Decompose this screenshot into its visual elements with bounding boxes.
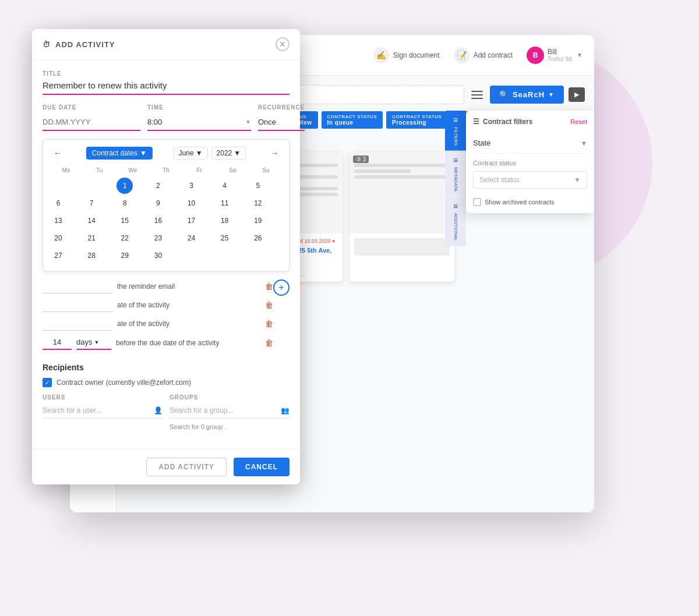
users-search-icon: 👤: [154, 406, 163, 415]
filters-icon-panel: ☰: [473, 118, 479, 126]
cal-day-29[interactable]: 29: [116, 247, 133, 264]
reminder-4-unit-arrow: ▼: [94, 339, 99, 345]
tab-filters-btn[interactable]: ≡ FILTERS: [445, 111, 466, 151]
cal-day-25[interactable]: 25: [217, 230, 233, 246]
user-avatar: B: [527, 47, 544, 64]
cal-day-16[interactable]: 16: [150, 213, 166, 229]
cal-day-7[interactable]: 7: [83, 195, 100, 211]
cal-day-26[interactable]: 26: [250, 230, 266, 246]
recurrence-dropdown-icon[interactable]: ▼: [299, 119, 305, 125]
add-contract-icon: 📝: [454, 47, 470, 63]
metadata-icon: ≡: [453, 155, 458, 165]
cal-day-5[interactable]: 5: [250, 178, 266, 194]
contract-status-select[interactable]: Select status ▼: [473, 171, 587, 189]
cal-day-30[interactable]: 30: [150, 247, 166, 264]
howto-btn[interactable]: ▶: [569, 87, 585, 102]
sign-document-btn[interactable]: ✍️ Sign document: [373, 47, 440, 63]
cal-day-9[interactable]: 9: [150, 195, 166, 211]
reminder-row-1: the reminder email 🗑: [43, 279, 273, 293]
filter-tag-queue-title: CONTRACT STATUS: [327, 114, 377, 119]
reminder-4-delete-btn[interactable]: 🗑: [265, 338, 273, 348]
reminder-1-placeholder: [43, 279, 112, 293]
card-3-info: [350, 233, 454, 260]
cal-year-select[interactable]: 2022 ▼: [211, 147, 246, 160]
filters-tab-label: FILTERS: [453, 127, 458, 146]
reminder-1-delete-btn[interactable]: 🗑: [265, 282, 273, 291]
cal-month-select[interactable]: June ▼: [174, 147, 208, 160]
filter-tag-processing-title: CONTRACT STATUS: [392, 114, 442, 119]
card-3-doc-line-3: [354, 175, 450, 179]
reminder-4-unit-select[interactable]: days ▼: [76, 335, 111, 350]
search-button[interactable]: 🔍 SeaRcH ▼: [490, 86, 564, 104]
tab-additional-btn[interactable]: ≡ ADDITIONAL: [445, 197, 466, 246]
modal-body: TITLE Remember to renew this activity DU…: [32, 60, 300, 449]
filters-tab: ≡ FILTERS ≡ METADATA ≡ ADDITIONAL: [445, 111, 466, 246]
cal-day-8[interactable]: 8: [116, 195, 133, 211]
cal-day-14[interactable]: 14: [83, 213, 100, 229]
cal-day-19[interactable]: 19: [250, 213, 266, 229]
search-users-col: USERS Search for a user... 👤: [43, 394, 163, 430]
contract-owner-checkbox[interactable]: ✓: [43, 378, 52, 387]
card-3-doc-line-2: [354, 169, 411, 173]
cal-day-20[interactable]: 20: [50, 230, 66, 246]
cal-next-btn[interactable]: →: [267, 147, 282, 159]
reminder-4-days-input[interactable]: [43, 335, 72, 350]
state-filter-row[interactable]: State ▼: [473, 133, 587, 154]
user-menu-btn[interactable]: B Bill Trofez ltd. ▼: [527, 47, 582, 64]
show-archived-row: Show archived contracts: [473, 198, 587, 206]
cal-day-10[interactable]: 10: [183, 195, 200, 211]
search-groups-field[interactable]: Search for a group... 👥: [170, 403, 290, 419]
cal-day-12[interactable]: 12: [250, 195, 266, 211]
modal-close-btn[interactable]: ✕: [276, 37, 290, 51]
cal-day-27[interactable]: 27: [50, 247, 66, 264]
sign-document-label: Sign document: [393, 51, 440, 59]
users-placeholder: Search for a user...: [43, 406, 101, 415]
cal-type-select[interactable]: Contract dates ▼: [86, 147, 153, 160]
menu-icon-btn[interactable]: [469, 87, 485, 103]
cal-day-17[interactable]: 17: [183, 213, 200, 229]
reminder-2-placeholder: [43, 298, 112, 312]
cal-day-13[interactable]: 13: [50, 213, 66, 229]
right-panel-header: ☰ Contract filters Reset: [473, 118, 587, 126]
card-3-placeholder: [354, 238, 450, 256]
add-contract-btn[interactable]: 📝 Add contract: [454, 47, 513, 63]
cal-day-21[interactable]: 21: [83, 230, 100, 246]
right-panel: ☰ Contract filters Reset State ▼ Contrac…: [466, 111, 594, 213]
search-users-field[interactable]: Search for a user... 👤: [43, 403, 163, 419]
cal-day-2[interactable]: 2: [150, 178, 166, 194]
cal-day-18[interactable]: 18: [217, 213, 233, 229]
show-archived-checkbox[interactable]: [473, 198, 481, 206]
title-field-value[interactable]: Remember to renew this activity: [43, 80, 290, 95]
cal-day-23[interactable]: 23: [150, 230, 166, 246]
tab-metadata-btn[interactable]: ≡ METADATA: [445, 151, 466, 197]
cal-day-22[interactable]: 22: [116, 230, 133, 246]
cal-day-28[interactable]: 28: [83, 247, 100, 264]
reminder-3-delete-btn[interactable]: 🗑: [265, 319, 273, 328]
cal-prev-btn[interactable]: ←: [50, 147, 65, 159]
cal-day-1[interactable]: 1: [116, 178, 133, 194]
recipients-section: Recipients ✓ Contract owner (currently v…: [43, 363, 290, 430]
recipients-title: Recipients: [43, 363, 290, 372]
cal-month-label: June: [179, 149, 194, 157]
filter-tag-queue[interactable]: CONTRACT STATUS In queue: [322, 111, 383, 129]
date-time-recurrence-row: DUE DATE TIME ▼ RECURRENCE Once ▼: [43, 104, 290, 131]
cal-day-6[interactable]: 6: [50, 195, 66, 211]
time-dropdown-icon[interactable]: ▼: [245, 119, 251, 125]
recurrence-field: RECURRENCE Once ▼: [258, 104, 305, 131]
reminder-2-delete-btn[interactable]: 🗑: [265, 300, 273, 310]
cancel-btn[interactable]: CANCEL: [234, 458, 290, 476]
groups-search-icon: 👥: [281, 406, 290, 415]
cal-day-11[interactable]: 11: [217, 195, 233, 211]
cal-day-4[interactable]: 4: [217, 178, 233, 194]
add-activity-btn[interactable]: ADD ACTIVITY: [146, 458, 227, 476]
cal-day-3[interactable]: 3: [183, 178, 200, 194]
cal-day-24[interactable]: 24: [183, 230, 200, 246]
time-input[interactable]: [147, 114, 245, 130]
due-date-input[interactable]: [43, 114, 140, 131]
header-actions: ✍️ Sign document 📝 Add contract B Bill T…: [373, 47, 582, 64]
reset-filters-btn[interactable]: Reset: [570, 118, 587, 125]
add-reminder-btn[interactable]: +: [273, 279, 290, 296]
filter-tag-processing[interactable]: CONTRACT STATUS Processing: [386, 111, 447, 129]
cal-day-15[interactable]: 15: [116, 213, 133, 229]
contract-card-3[interactable]: ③ 3: [350, 152, 454, 282]
